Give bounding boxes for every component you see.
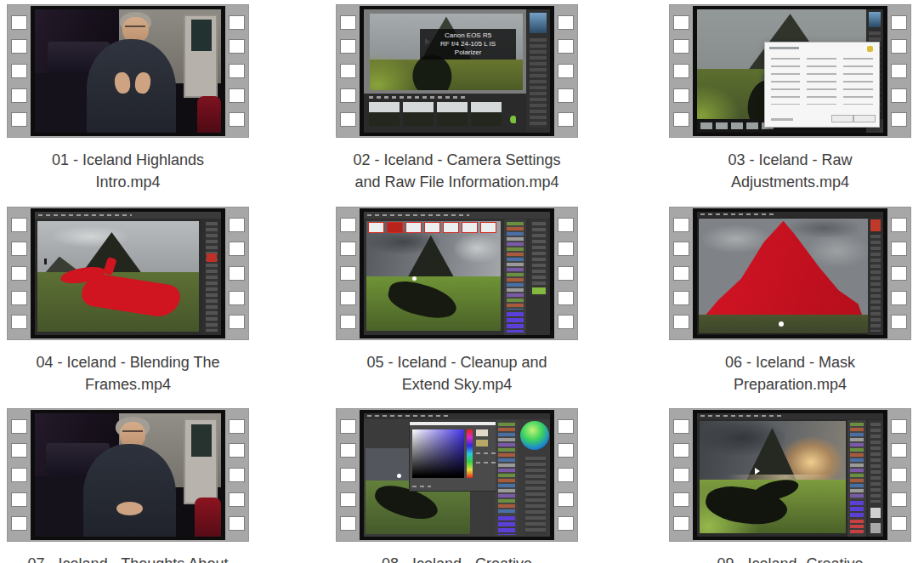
filmstrip-holes-left — [670, 5, 693, 137]
filename-line1: 06 - Iceland - Mask — [652, 351, 924, 373]
filmstrip-holes-left — [337, 409, 360, 541]
selection-tile — [443, 222, 459, 233]
video-item-02[interactable]: Canon EOS R5 RF f/4 24-105 L IS Polarize… — [336, 4, 578, 202]
tools-panel — [523, 454, 548, 537]
filename-line2: and Raw File Information.mp4 — [319, 171, 595, 193]
sprocket-hole — [340, 315, 356, 329]
sprocket-hole — [229, 64, 245, 78]
thumb-scene-raw-dialog — [697, 9, 883, 133]
settings-dialog — [764, 42, 880, 128]
right-panel — [868, 218, 883, 335]
frame-thumb — [471, 102, 502, 126]
selection-tile — [462, 222, 478, 233]
sprocket-hole — [229, 468, 245, 482]
red-mask-thumb — [870, 219, 881, 231]
filmstrip-frame — [669, 207, 911, 340]
sprocket-hole — [229, 112, 245, 127]
video-thumbnail — [360, 208, 554, 338]
video-item-01[interactable]: 01 - Iceland Highlands Intro.mp4 — [7, 4, 249, 202]
video-thumbnail — [31, 6, 225, 136]
frame-thumb — [369, 102, 400, 126]
overlay-lens: RF f/4 24-105 L IS — [423, 40, 512, 48]
sprocket-hole — [11, 492, 27, 507]
sprocket-hole — [229, 315, 245, 329]
sprocket-hole — [11, 443, 27, 458]
video-thumbnail — [693, 410, 887, 540]
video-item-06[interactable]: 06 - Iceland - Mask Preparation.mp4 — [669, 207, 911, 404]
bright-grass — [370, 54, 419, 90]
bright-grass — [697, 84, 741, 119]
filename-line1: 05 - Iceland - Cleanup and — [319, 351, 595, 373]
video-filename: 08 - Iceland - Creative — [319, 553, 595, 563]
panel-rows — [525, 457, 546, 534]
selection-tile — [368, 222, 384, 233]
thumb-scene-red-river — [35, 212, 221, 335]
layer-thumbnails — [507, 222, 524, 310]
photo-canvas — [366, 221, 501, 331]
picture-frame — [191, 424, 212, 457]
presenter-glasses — [125, 26, 145, 31]
cursor-dot — [779, 321, 784, 327]
sprocket-hole — [340, 64, 356, 78]
sprocket-hole — [340, 112, 356, 127]
filmstrip-holes-right — [225, 208, 248, 339]
menu-text — [367, 214, 469, 216]
layers-panel — [496, 420, 518, 537]
sprocket-hole — [891, 443, 907, 458]
red-swatch — [207, 253, 217, 262]
photo-canvas — [699, 219, 868, 333]
dialog-button — [831, 115, 853, 122]
app-menubar — [697, 413, 883, 419]
sprocket-hole — [673, 242, 689, 256]
filmstrip-holes-left — [670, 409, 693, 541]
panel-rows — [870, 235, 881, 332]
filmstrip-holes-left — [337, 5, 360, 137]
thumb-scene-presenter — [35, 9, 221, 133]
saturation-field — [412, 429, 464, 478]
color-picker-dialog — [409, 421, 504, 492]
filmstrip-holes-left — [8, 208, 31, 339]
video-filename: 05 - Iceland - Cleanup and Extend Sky.mp… — [319, 351, 595, 395]
sprocket-hole — [673, 112, 689, 127]
sprocket-hole — [891, 39, 907, 54]
right-panel — [202, 219, 221, 335]
sprocket-hole — [891, 64, 907, 78]
sprocket-hole — [229, 39, 245, 54]
video-thumbnail — [693, 208, 887, 338]
filename-line1: 02 - Iceland - Camera Settings — [319, 149, 595, 171]
video-item-07[interactable]: 07 - Iceland - Thoughts About — [7, 408, 249, 563]
frame-thumb — [403, 102, 434, 126]
sprocket-hole — [558, 64, 574, 78]
sprocket-hole — [891, 315, 907, 329]
sprocket-hole — [11, 291, 27, 305]
filename-line2: Intro.mp4 — [0, 171, 266, 193]
video-item-08[interactable]: 08 - Iceland - Creative — [336, 408, 578, 563]
sprocket-hole — [891, 468, 907, 482]
sprocket-hole — [229, 492, 245, 507]
sprocket-hole — [673, 39, 689, 54]
filename-line1: 07 - Iceland - Thoughts About — [0, 553, 266, 563]
sprocket-hole — [673, 492, 689, 507]
sprocket-hole — [558, 468, 574, 482]
sprocket-hole — [340, 266, 356, 281]
cloud-light — [807, 235, 868, 267]
video-filename: 06 - Iceland - Mask Preparation.mp4 — [652, 351, 924, 395]
video-item-04[interactable]: 04 - Iceland - Blending The Frames.mp4 — [7, 207, 249, 404]
video-item-05[interactable]: 05 - Iceland - Cleanup and Extend Sky.mp… — [336, 207, 578, 404]
panel-rows — [206, 222, 218, 332]
sprocket-hole — [229, 443, 245, 458]
sprocket-hole — [340, 218, 356, 232]
dialog-footer-label — [412, 486, 431, 487]
menu-text — [700, 213, 775, 215]
video-item-09[interactable]: 09 - Iceland -Creative — [669, 408, 911, 563]
sprocket-hole — [558, 419, 574, 434]
filename-line2: Adjustments.mp4 — [652, 171, 924, 193]
filename-line2: Frames.mp4 — [0, 373, 266, 395]
right-panel — [526, 9, 550, 133]
video-item-03[interactable]: 03 - Iceland - Raw Adjustments.mp4 — [669, 4, 911, 202]
histogram-thumb — [869, 12, 881, 27]
sprocket-hole — [340, 242, 356, 256]
dialog-titlebar — [410, 422, 503, 425]
thumb-scene-final-edit — [697, 413, 883, 537]
sprocket-hole — [11, 242, 27, 256]
